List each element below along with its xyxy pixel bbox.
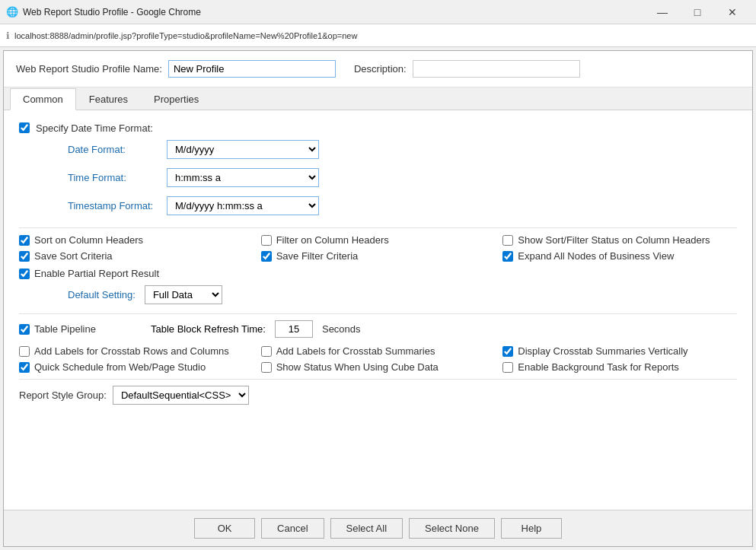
help-button[interactable]: Help	[501, 518, 562, 539]
window-title: Web Report Studio Profile - Google Chrom…	[23, 7, 201, 17]
default-setting-select[interactable]: Full Data Partial Data	[145, 285, 222, 304]
date-format-select[interactable]: M/d/yyyy d/M/yyyy yyyy/M/d	[167, 140, 319, 159]
tab-features[interactable]: Features	[76, 88, 141, 110]
time-format-label: Time Format:	[68, 172, 167, 183]
enable-background-row: Enable Background Task for Reports	[502, 361, 737, 373]
filter-col-row: Filter on Column Headers	[261, 234, 496, 246]
show-status-cube-label: Show Status When Using Cube Data	[276, 361, 439, 373]
show-status-cube-checkbox[interactable]	[261, 362, 272, 373]
select-all-button[interactable]: Select All	[330, 518, 403, 539]
sort-col-row: Sort on Column Headers	[19, 234, 254, 246]
quick-schedule-checkbox[interactable]	[19, 362, 30, 373]
checkbox-grid-row1: Sort on Column Headers Filter on Column …	[19, 234, 737, 262]
tab-properties[interactable]: Properties	[141, 88, 212, 110]
tab-common[interactable]: Common	[10, 88, 76, 110]
display-crosstab-row: Display Crosstab Summaries Vertically	[502, 345, 737, 357]
filter-col-label: Filter on Column Headers	[276, 234, 389, 246]
show-sort-filter-label: Show Sort/Filter Status on Column Header…	[518, 234, 710, 246]
enable-partial-checkbox[interactable]	[19, 269, 30, 279]
tab-bar: Common Features Properties	[4, 87, 752, 110]
timestamp-format-select[interactable]: M/d/yyyy h:mm:ss a d/M/yyyy HH:mm:ss	[167, 196, 319, 215]
report-style-label: Report Style Group:	[19, 389, 107, 401]
display-crosstab-label: Display Crosstab Summaries Vertically	[518, 345, 687, 357]
title-bar: 🌐 Web Report Studio Profile - Google Chr…	[0, 0, 756, 24]
add-labels-crosstab-checkbox[interactable]	[19, 346, 30, 357]
specify-date-section: Specify Date Time Format: Date Format: M…	[19, 122, 737, 215]
profile-name-input[interactable]	[168, 60, 336, 78]
add-labels-summaries-label: Add Labels for Crosstab Summaries	[276, 345, 435, 357]
save-filter-checkbox[interactable]	[261, 251, 272, 262]
table-pipeline-row: Table Pipeline	[19, 323, 96, 335]
content-area: Specify Date Time Format: Date Format: M…	[4, 110, 752, 510]
table-pipeline-checkbox[interactable]	[19, 324, 30, 335]
save-filter-label: Save Filter Criteria	[276, 250, 359, 262]
default-setting-label: Default Setting:	[68, 289, 136, 300]
window-controls: — □ ✕	[645, 0, 750, 24]
show-status-cube-row: Show Status When Using Cube Data	[261, 361, 496, 373]
expand-nodes-checkbox[interactable]	[502, 251, 513, 262]
timestamp-format-label: Timestamp Format:	[68, 200, 167, 211]
add-labels-crosstab-label: Add Labels for Crosstab Rows and Columns	[34, 345, 229, 357]
report-style-select[interactable]: DefaultSequential<CSS> Default Blue	[113, 386, 249, 405]
refresh-time-input[interactable]	[275, 320, 313, 338]
save-sort-row: Save Sort Criteria	[19, 250, 254, 262]
sort-col-checkbox[interactable]	[19, 235, 30, 246]
quick-schedule-row: Quick Schedule from Web/Page Studio	[19, 361, 254, 373]
filter-col-checkbox[interactable]	[261, 235, 272, 246]
address-url: localhost:8888/admin/profile.jsp?profile…	[14, 31, 357, 40]
display-crosstab-checkbox[interactable]	[502, 346, 513, 357]
timestamp-format-row: Timestamp Format: M/d/yyyy h:mm:ss a d/M…	[68, 196, 737, 215]
time-format-row: Time Format: h:mm:ss a HH:mm:ss h:mm a	[68, 168, 737, 187]
maximize-button[interactable]: □	[680, 0, 715, 24]
divider3	[19, 379, 737, 380]
divider1	[19, 227, 737, 228]
description-label: Description:	[354, 63, 407, 75]
main-window: Web Report Studio Profile Name: Descript…	[3, 50, 753, 547]
sort-col-label: Sort on Column Headers	[34, 234, 143, 246]
divider2	[19, 313, 737, 314]
ok-button[interactable]: OK	[194, 518, 255, 539]
enable-partial-row: Enable Partial Report Result	[19, 268, 737, 279]
table-pipeline-label: Table Pipeline	[34, 323, 96, 335]
crosstab-grid: Add Labels for Crosstab Rows and Columns…	[19, 345, 737, 373]
enable-partial-label: Enable Partial Report Result	[34, 268, 159, 279]
expand-nodes-row: Expand All Nodes of Business View	[502, 250, 737, 262]
quick-schedule-label: Quick Schedule from Web/Page Studio	[34, 361, 206, 373]
add-labels-summaries-checkbox[interactable]	[261, 346, 272, 357]
table-pipeline-area: Table Pipeline Table Block Refresh Time:…	[19, 320, 737, 338]
refresh-label: Table Block Refresh Time:	[151, 323, 266, 335]
select-none-button[interactable]: Select None	[409, 518, 495, 539]
save-sort-label: Save Sort Criteria	[34, 250, 113, 262]
info-icon: ℹ	[6, 30, 10, 41]
seconds-label: Seconds	[322, 323, 361, 335]
time-format-select[interactable]: h:mm:ss a HH:mm:ss h:mm a	[167, 168, 319, 187]
save-filter-row: Save Filter Criteria	[261, 250, 496, 262]
specify-date-label: Specify Date Time Format:	[36, 122, 153, 134]
browser-icon: 🌐	[6, 6, 18, 18]
date-format-row: Date Format: M/d/yyyy d/M/yyyy yyyy/M/d	[68, 140, 737, 159]
show-sort-filter-checkbox[interactable]	[502, 235, 513, 246]
address-bar: ℹ localhost:8888/admin/profile.jsp?profi…	[0, 24, 756, 47]
specify-date-checkbox[interactable]	[19, 122, 30, 133]
minimize-button[interactable]: —	[645, 0, 680, 24]
specify-date-row: Specify Date Time Format:	[19, 122, 737, 134]
default-setting-row: Default Setting: Full Data Partial Data	[68, 285, 737, 304]
expand-nodes-label: Expand All Nodes of Business View	[518, 250, 674, 262]
enable-background-label: Enable Background Task for Reports	[518, 361, 679, 373]
enable-background-checkbox[interactable]	[502, 362, 513, 373]
show-sort-filter-row: Show Sort/Filter Status on Column Header…	[502, 234, 737, 246]
add-labels-summaries-row: Add Labels for Crosstab Summaries	[261, 345, 496, 357]
report-style-row: Report Style Group: DefaultSequential<CS…	[19, 386, 737, 405]
save-sort-checkbox[interactable]	[19, 251, 30, 262]
profile-header: Web Report Studio Profile Name: Descript…	[4, 51, 752, 87]
close-button[interactable]: ✕	[715, 0, 750, 24]
footer: OK Cancel Select All Select None Help	[4, 510, 752, 546]
description-input[interactable]	[413, 60, 580, 78]
cancel-button[interactable]: Cancel	[261, 518, 324, 539]
profile-name-label: Web Report Studio Profile Name:	[16, 63, 162, 75]
add-labels-crosstab-row: Add Labels for Crosstab Rows and Columns	[19, 345, 254, 357]
date-format-label: Date Format:	[68, 144, 167, 155]
